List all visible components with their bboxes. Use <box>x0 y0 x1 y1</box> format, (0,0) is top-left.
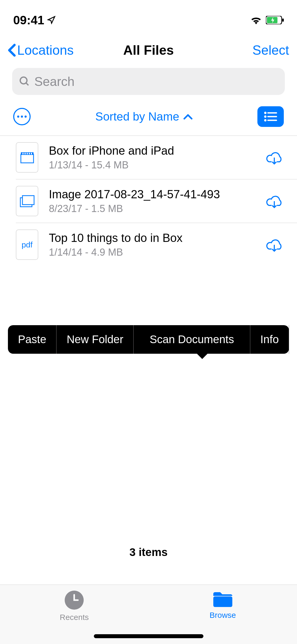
svg-rect-24 <box>213 596 232 607</box>
tab-label: Recents <box>60 613 89 622</box>
select-button[interactable]: Select <box>252 43 289 58</box>
chevron-up-icon <box>183 113 193 120</box>
back-label: Locations <box>17 43 74 58</box>
search-placeholder: Search <box>34 74 74 89</box>
clock-icon <box>65 591 84 610</box>
file-info: Box for iPhone and iPad 1/13/14 - 15.4 M… <box>49 144 254 171</box>
file-meta: 1/14/14 - 4.9 MB <box>49 247 254 258</box>
context-menu: Paste New Folder Scan Documents Info <box>8 325 289 354</box>
svg-rect-14 <box>25 153 26 154</box>
search-icon <box>19 76 30 87</box>
context-arrow-icon <box>196 353 208 359</box>
list-view-button[interactable] <box>257 106 284 127</box>
svg-point-7 <box>265 116 266 117</box>
file-icon <box>16 142 38 173</box>
cloud-download-icon[interactable] <box>265 237 284 252</box>
pdf-icon: pdf <box>22 240 33 249</box>
search-container: Search <box>0 65 297 98</box>
more-dot-icon <box>21 116 23 118</box>
items-count: 3 items <box>0 546 297 559</box>
svg-rect-11 <box>21 154 34 163</box>
location-icon <box>47 16 55 24</box>
toolbar: Sorted by Name <box>0 98 297 136</box>
svg-rect-20 <box>22 196 34 205</box>
status-time: 09:41 <box>13 13 55 27</box>
image-icon <box>20 195 35 207</box>
svg-point-5 <box>265 112 266 113</box>
time-text: 09:41 <box>13 13 44 27</box>
cloud-download-icon[interactable] <box>265 194 284 209</box>
svg-rect-17 <box>31 153 32 154</box>
file-row[interactable]: Box for iPhone and iPad 1/13/14 - 15.4 M… <box>16 136 297 180</box>
file-meta: 8/23/17 - 1.5 MB <box>49 203 254 214</box>
home-indicator[interactable] <box>94 634 203 638</box>
file-name: Top 10 things to do in Box <box>49 231 254 245</box>
chevron-left-icon <box>8 44 16 57</box>
folder-icon <box>212 591 233 608</box>
svg-rect-13 <box>22 153 23 154</box>
svg-rect-2 <box>282 19 284 22</box>
context-scan-documents[interactable]: Scan Documents <box>134 325 250 354</box>
context-new-folder[interactable]: New Folder <box>56 325 134 354</box>
svg-point-3 <box>20 77 27 84</box>
file-list: Box for iPhone and iPad 1/13/14 - 15.4 M… <box>0 136 297 266</box>
wifi-icon <box>250 16 262 24</box>
context-info[interactable]: Info <box>250 325 289 354</box>
more-dot-icon <box>25 116 27 118</box>
svg-point-9 <box>265 120 266 121</box>
tab-label: Browse <box>210 611 236 620</box>
search-input[interactable]: Search <box>12 68 285 95</box>
sort-text: Sorted by Name <box>95 110 179 123</box>
video-icon <box>20 151 35 164</box>
file-name: Image 2017-08-23_14-57-41-493 <box>49 188 254 201</box>
more-dot-icon <box>17 116 19 118</box>
file-meta: 1/13/14 - 15.4 MB <box>49 159 254 171</box>
list-icon <box>264 111 277 122</box>
svg-rect-16 <box>29 153 30 154</box>
nav-bar: Locations All Files Select <box>0 35 297 65</box>
context-paste[interactable]: Paste <box>8 325 56 354</box>
status-right <box>250 16 284 24</box>
battery-icon <box>266 16 284 24</box>
nav-title: All Files <box>123 43 174 58</box>
status-bar: 09:41 <box>0 0 297 35</box>
file-info: Top 10 things to do in Box 1/14/14 - 4.9… <box>49 231 254 258</box>
file-row[interactable]: Image 2017-08-23_14-57-41-493 8/23/17 - … <box>16 180 297 223</box>
more-button[interactable] <box>13 108 31 125</box>
back-button[interactable]: Locations <box>8 43 74 58</box>
svg-line-4 <box>26 83 29 85</box>
file-icon: pdf <box>16 229 38 260</box>
file-icon <box>16 186 38 216</box>
sort-button[interactable]: Sorted by Name <box>95 110 193 123</box>
file-row[interactable]: pdf Top 10 things to do in Box 1/14/14 -… <box>16 223 297 266</box>
cloud-download-icon[interactable] <box>265 150 284 165</box>
file-info: Image 2017-08-23_14-57-41-493 8/23/17 - … <box>49 188 254 214</box>
svg-rect-15 <box>27 153 28 154</box>
file-name: Box for iPhone and iPad <box>49 144 254 157</box>
